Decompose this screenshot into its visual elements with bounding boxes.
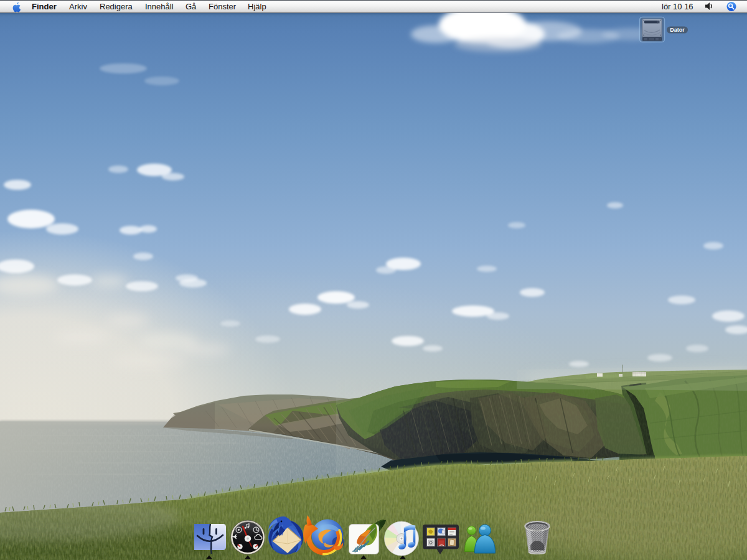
svg-text:Dator: Dator: [670, 27, 685, 33]
